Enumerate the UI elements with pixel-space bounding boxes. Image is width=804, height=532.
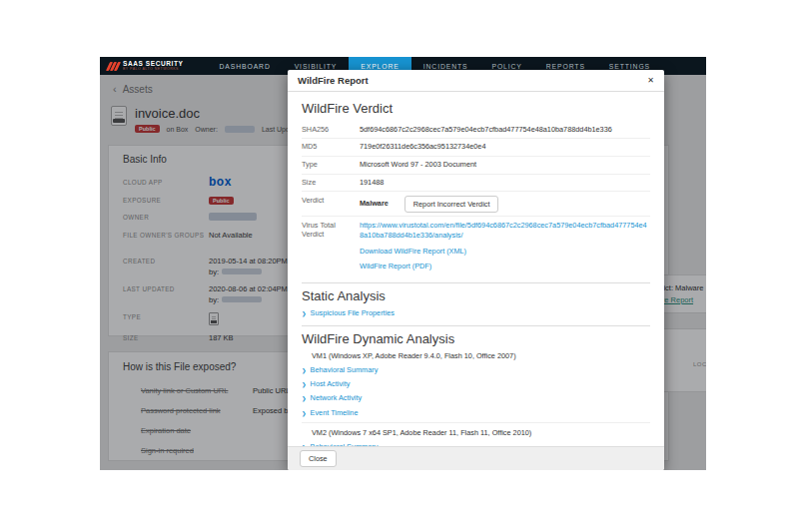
row-type: Type Microsoft Word 97 - 2003 Document xyxy=(302,157,650,175)
nav-dashboard[interactable]: DASHBOARD xyxy=(208,57,283,75)
wildfire-report-modal: WildFire Report ✕ WildFire Verdict SHA25… xyxy=(288,70,664,470)
wildfire-verdict-heading: WildFire Verdict xyxy=(302,101,650,116)
static-analysis-heading: Static Analysis xyxy=(302,288,650,303)
app-window: SAAS SECURITY BY PALO ALTO NETWORKS DASH… xyxy=(100,57,706,470)
section-divider xyxy=(302,282,650,283)
row-size: Size 191488 xyxy=(302,175,650,193)
close-button[interactable]: Close xyxy=(300,450,337,467)
suspicious-file-properties-link[interactable]: ❯ Suspicious File Properties xyxy=(302,308,650,318)
chevron-right-icon: ❯ xyxy=(302,395,307,401)
modal-header: WildFire Report ✕ xyxy=(288,70,664,92)
modal-title: WildFire Report xyxy=(298,75,369,86)
modal-body: WildFire Verdict SHA256 5df694c6867c2c29… xyxy=(288,92,664,446)
vm1-name: VM1 (Windows XP, Adobe Reader 9.4.0, Fla… xyxy=(312,351,650,360)
vm2-name: VM2 (Windows 7 x64 SP1, Adobe Reader 11,… xyxy=(312,428,650,437)
row-virus-total: Virus Total Verdict https://www.virustot… xyxy=(302,217,650,274)
section-divider xyxy=(302,325,650,326)
row-sha256: SHA256 5df694c6867c2c2968cec7a579e04ecb7… xyxy=(302,121,650,139)
report-incorrect-verdict-button[interactable]: Report Incorrect Verdict xyxy=(404,196,499,213)
dynamic-analysis-heading: WildFire Dynamic Analysis xyxy=(302,331,650,346)
chevron-right-icon: ❯ xyxy=(302,367,307,373)
row-verdict: Verdict Malware Report Incorrect Verdict xyxy=(302,192,650,217)
close-icon[interactable]: ✕ xyxy=(647,77,654,85)
modal-footer: Close xyxy=(288,446,664,470)
download-xml-link[interactable]: Download WildFire Report (XML) xyxy=(360,247,650,257)
brand: SAAS SECURITY BY PALO ALTO NETWORKS xyxy=(100,57,194,75)
vm1-event-timeline-link[interactable]: ❯Event Timeline xyxy=(302,408,650,418)
palo-alto-logo-icon xyxy=(108,62,119,71)
brand-subtitle: BY PALO ALTO NETWORKS xyxy=(123,68,184,72)
virustotal-link[interactable]: https://www.virustotal.com/en/file/5df69… xyxy=(360,221,650,241)
chevron-right-icon: ❯ xyxy=(302,410,307,416)
vm1-host-activity-link[interactable]: ❯Host Activity xyxy=(302,379,650,389)
chevron-right-icon: ❯ xyxy=(302,381,307,387)
download-pdf-link[interactable]: WildFire Report (PDF) xyxy=(360,262,650,271)
vm1-behavioral-summary-link[interactable]: ❯Behavioral Summary xyxy=(302,365,650,375)
vm1-network-activity-link[interactable]: ❯Network Activity xyxy=(302,393,650,403)
verdict-value: Malware xyxy=(360,199,389,209)
vm-divider xyxy=(302,422,650,423)
row-md5: MD5 719e0f26311de6c356ac95132734e0e4 xyxy=(302,139,650,157)
chevron-right-icon: ❯ xyxy=(302,310,307,316)
